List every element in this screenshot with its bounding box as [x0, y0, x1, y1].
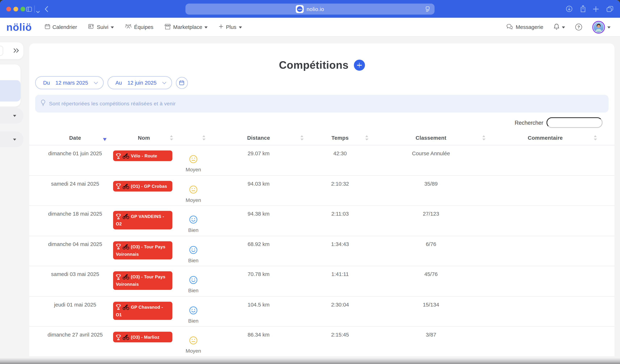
notifications-button[interactable] [554, 23, 565, 31]
row-time: 2:11:03 [308, 206, 372, 235]
column-header-distance[interactable]: Distance [210, 131, 308, 145]
chevron-down-icon [13, 115, 16, 117]
reader-view-icon[interactable] [425, 6, 430, 13]
bell-icon [554, 23, 559, 31]
divider [34, 6, 35, 13]
table-row[interactable]: dimanche 01 juin 2025Vélo - RouteMoyen29… [29, 145, 615, 175]
feeling-indicator: Moyen [177, 145, 210, 175]
sort-icon[interactable] [482, 135, 485, 140]
row-comment [490, 145, 601, 175]
feeling-indicator: Bien [177, 236, 210, 266]
minimize-window-button[interactable] [13, 7, 18, 11]
feeling-indicator: Moyen [177, 175, 210, 205]
sort-icon[interactable] [300, 135, 304, 140]
competition-badge[interactable]: GP VANDEINS - O2 [113, 211, 172, 229]
app-navbar: nöliö Calendrier Suivi [0, 18, 620, 37]
row-distance: 86.34 km [210, 327, 308, 356]
competition-badge[interactable]: (O3) - Marlioz [113, 332, 172, 342]
new-tab-button[interactable] [593, 6, 599, 14]
nav-item-marketplace[interactable]: Marketplace [165, 24, 208, 30]
back-button[interactable] [45, 6, 48, 14]
nav-item-equipes[interactable]: Équipes [125, 24, 154, 30]
sidebar-toggle-icon[interactable] [26, 6, 32, 13]
row-distance: 68.92 km [210, 236, 308, 266]
trophy-icon [116, 304, 123, 309]
column-header-commentaire[interactable]: Commentaire [490, 131, 601, 145]
competition-badge[interactable]: (O3) - Tour Pays Voironnais [113, 271, 172, 290]
chevron-down-icon [13, 139, 16, 141]
cyclist-icon [123, 183, 131, 188]
cyclist-icon [123, 335, 131, 339]
table-row[interactable]: jeudi 01 mai 2025GP Chavanod - O1Bien104… [29, 296, 615, 327]
sort-desc-icon[interactable] [103, 138, 107, 141]
nav-item-plus[interactable]: Plus [219, 24, 242, 30]
url-bar[interactable]: nöliö nolio.io [186, 4, 435, 15]
row-date: dimanche 04 mai 2025 [39, 236, 110, 266]
calendar-picker-button[interactable] [176, 77, 188, 89]
collapsed-section-toggle[interactable] [0, 131, 23, 147]
search-label: Rechercher [515, 119, 543, 126]
close-window-button[interactable] [6, 7, 11, 11]
date-to-value: 12 juin 2025 [127, 80, 156, 86]
column-label: Distance [247, 135, 270, 141]
table-row[interactable]: dimanche 27 avril 2025(O3) - MarliozMoye… [29, 327, 615, 357]
table-row[interactable]: dimanche 18 mai 2025GP VANDEINS - O2Bien… [29, 206, 615, 236]
search-input[interactable] [546, 117, 603, 128]
widget-placeholder[interactable] [0, 80, 21, 102]
column-label: Date [69, 135, 81, 141]
sort-icon[interactable] [202, 135, 206, 140]
date-from-dropdown[interactable]: Du 12 mars 2025 [35, 76, 104, 89]
tab-overview-button[interactable] [607, 6, 613, 14]
chevron-down-icon[interactable] [36, 8, 40, 15]
feeling-indicator: Bien [177, 296, 210, 326]
collapsed-section-toggle[interactable] [0, 108, 23, 123]
downloads-button[interactable] [566, 6, 573, 14]
competition-badge[interactable]: (O3) - Tour Pays Voironnais [113, 241, 172, 260]
add-competition-button[interactable] [354, 60, 365, 71]
window-bottom-edge [0, 358, 620, 364]
competition-badge[interactable]: GP Chavanod - O1 [113, 302, 172, 320]
column-header-date[interactable]: Date [39, 131, 110, 145]
nolio-logo[interactable]: nöliö [6, 22, 32, 32]
column-header-nom[interactable]: Nom [111, 131, 177, 145]
feeling-face-icon [189, 215, 198, 225]
competition-badge[interactable]: Vélo - Route [113, 150, 172, 161]
messagerie-button[interactable]: Messagerie [506, 24, 543, 30]
row-comment [490, 175, 601, 205]
collapsed-widget-panel [0, 64, 21, 107]
table-header: DateNomDistanceTempsClassementCommentair… [29, 131, 615, 145]
column-header-temps[interactable]: Temps [308, 131, 372, 145]
nav-label: Plus [226, 24, 236, 30]
sort-icon[interactable] [170, 135, 173, 140]
row-date: dimanche 18 mai 2025 [39, 206, 110, 235]
zoom-window-button[interactable] [21, 7, 25, 11]
messagerie-label: Messagerie [516, 24, 543, 30]
share-button[interactable] [580, 5, 586, 14]
nav-label: Calendrier [52, 24, 77, 30]
sort-icon[interactable] [594, 135, 597, 140]
team-icon [125, 24, 132, 30]
table-row[interactable]: dimanche 04 mai 2025(O3) - Tour Pays Voi… [29, 236, 615, 266]
table-row[interactable]: samedi 24 mai 2025(O1) - GP CrobasMoyen9… [29, 175, 615, 206]
row-rank: 27/123 [372, 206, 490, 235]
info-banner: Sont répertoriées les compétitions réali… [35, 95, 608, 112]
column-header-feeling[interactable] [177, 131, 210, 145]
chevron-down-icon [111, 26, 114, 28]
help-button[interactable]: ? [575, 24, 582, 30]
sort-icon[interactable] [365, 135, 369, 140]
nav-item-suivi[interactable]: Suivi [88, 24, 114, 30]
cyclist-icon [123, 153, 131, 158]
nav-item-calendrier[interactable]: Calendrier [45, 24, 77, 30]
table-body: dimanche 01 juin 2025Vélo - RouteMoyen29… [29, 145, 615, 357]
column-label: Classement [416, 135, 447, 141]
table-row[interactable]: samedi 03 mai 2025(O3) - Tour Pays Voiro… [29, 266, 615, 296]
feeling-face-icon [189, 155, 198, 165]
row-distance: 94.03 km [210, 175, 308, 205]
competition-badge[interactable]: (O1) - GP Crobas [113, 181, 172, 191]
date-to-dropdown[interactable]: Au 12 juin 2025 [108, 76, 172, 89]
user-menu[interactable] [592, 21, 611, 33]
expand-sidebar-icon[interactable] [13, 48, 19, 55]
sidebar-mini-box[interactable] [0, 46, 3, 56]
date-from-value: 12 mars 2025 [55, 80, 88, 86]
column-header-classement[interactable]: Classement [372, 131, 490, 145]
